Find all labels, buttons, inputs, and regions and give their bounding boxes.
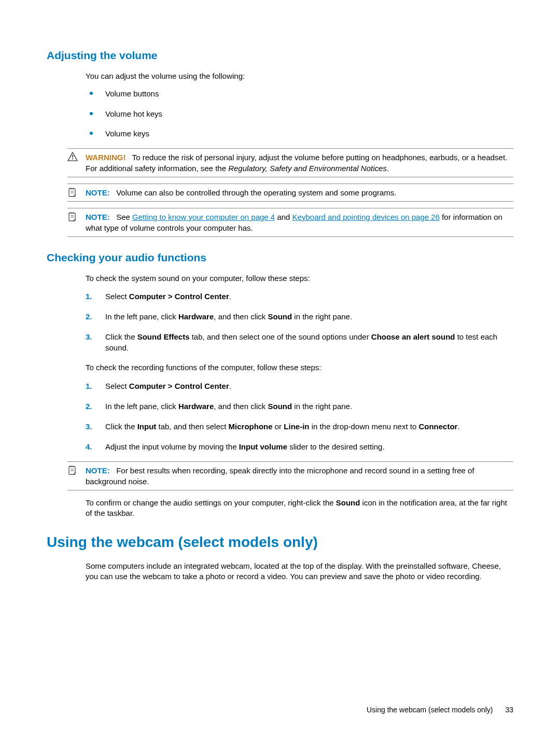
note-callout: NOTE: See Getting to know your computer … — [67, 208, 513, 237]
intro-text: To check the recording functions of the … — [86, 362, 513, 373]
warning-callout: WARNING! To reduce the risk of personal … — [67, 148, 513, 177]
page-footer: Using the webcam (select models only) 33 — [367, 706, 513, 714]
step-bold: Connector — [418, 422, 457, 431]
step-text: tab, and then select one of the sound op… — [190, 332, 371, 341]
list-item: Volume hot keys — [86, 109, 513, 119]
text: To confirm or change the audio settings … — [86, 498, 336, 507]
link-keyboard-pointing[interactable]: Keyboard and pointing devices on page 26 — [292, 213, 440, 221]
note-label: NOTE: — [86, 188, 110, 197]
steps-list-2: Select Computer > Control Center. In the… — [86, 381, 513, 452]
heading-adjusting-volume: Adjusting the volume — [47, 49, 513, 62]
step-text: Select — [105, 292, 129, 301]
step-bold: Hardware — [178, 402, 214, 411]
svg-rect-0 — [72, 155, 73, 158]
outro-text: To confirm or change the audio settings … — [86, 498, 513, 519]
svg-rect-1 — [72, 159, 73, 160]
list-item: Volume keys — [86, 129, 513, 139]
step-bold: Input — [137, 422, 157, 431]
step-bold: Choose an alert sound — [371, 332, 455, 341]
heading-using-webcam: Using the webcam (select models only) — [47, 534, 513, 551]
step-text: in the right pane. — [292, 312, 352, 321]
step-text: or — [273, 422, 284, 431]
section-body: To confirm or change the audio settings … — [86, 498, 513, 519]
document-page: Adjusting the volume You can adjust the … — [0, 0, 560, 745]
note-icon — [67, 212, 78, 222]
note-callout: NOTE: For best results when recording, s… — [67, 461, 513, 490]
step-item: Click the Input tab, and then select Mic… — [86, 421, 513, 432]
step-text: Click the — [105, 332, 137, 341]
step-text: Click the — [105, 422, 137, 431]
warning-label: WARNING! — [86, 153, 126, 162]
step-bold: Computer > Control Center — [129, 382, 229, 390]
step-text: in the drop-down menu next to — [309, 422, 418, 431]
step-item: In the left pane, click Hardware, and th… — [86, 311, 513, 322]
note-label: NOTE: — [86, 213, 110, 221]
step-bold: Line-in — [284, 422, 309, 431]
step-text: . — [229, 292, 231, 301]
step-text: . — [457, 422, 459, 431]
page-number: 33 — [505, 706, 513, 714]
step-text: slider to the desired setting. — [287, 442, 385, 451]
section-body: To check the system sound on your comput… — [86, 273, 513, 452]
note-text: NOTE: Volume can also be controlled thro… — [86, 187, 513, 198]
warning-italic: Regulatory, Safety and Environmental Not… — [228, 164, 387, 173]
warning-text: WARNING! To reduce the risk of personal … — [86, 152, 513, 174]
step-bold: Computer > Control Center — [129, 292, 229, 301]
step-text: , and then click — [214, 312, 268, 321]
step-bold: Hardware — [178, 312, 214, 321]
note-icon — [67, 465, 78, 475]
warning-body-pre — [128, 153, 132, 162]
step-item: Select Computer > Control Center. — [86, 381, 513, 391]
step-text: In the left pane, click — [105, 312, 178, 321]
step-text: In the left pane, click — [105, 402, 178, 411]
step-item: Select Computer > Control Center. — [86, 291, 513, 302]
steps-list-1: Select Computer > Control Center. In the… — [86, 291, 513, 353]
warning-body-post: . — [387, 164, 389, 173]
step-text: in the right pane. — [292, 402, 352, 411]
step-bold: Sound — [268, 312, 292, 321]
step-bold: Sound Effects — [137, 332, 190, 341]
note-callout: NOTE: Volume can also be controlled thro… — [67, 184, 513, 202]
warning-icon — [67, 152, 78, 161]
note-pre: See — [116, 213, 132, 221]
step-text: tab, and then select — [156, 422, 228, 431]
note-body: Volume can also be controlled through th… — [116, 188, 396, 197]
step-item: In the left pane, click Hardware, and th… — [86, 401, 513, 412]
note-icon — [67, 187, 78, 198]
list-item: Volume buttons — [86, 89, 513, 99]
step-item: Adjust the input volume by moving the In… — [86, 441, 513, 452]
step-bold: Sound — [268, 402, 292, 411]
note-label: NOTE: — [86, 466, 110, 475]
step-text: , and then click — [214, 402, 268, 411]
note-text: NOTE: For best results when recording, s… — [86, 465, 513, 487]
footer-title: Using the webcam (select models only) — [367, 706, 493, 714]
link-getting-to-know[interactable]: Getting to know your computer on page 4 — [132, 213, 275, 221]
intro-text: To check the system sound on your comput… — [86, 273, 513, 284]
bold-text: Sound — [336, 498, 360, 507]
heading-checking-audio: Checking your audio functions — [47, 251, 513, 264]
section-body: Some computers include an integrated web… — [86, 561, 513, 582]
step-bold: Microphone — [229, 422, 273, 431]
webcam-body: Some computers include an integrated web… — [86, 561, 513, 582]
step-bold: Input volume — [239, 442, 287, 451]
volume-bullet-list: Volume buttons Volume hot keys Volume ke… — [86, 89, 513, 139]
note-body: For best results when recording, speak d… — [86, 466, 474, 486]
step-text: Adjust the input volume by moving the — [105, 442, 239, 451]
step-text: Select — [105, 382, 129, 390]
step-text: . — [229, 382, 231, 390]
section-body: You can adjust the volume using the foll… — [86, 71, 513, 139]
step-item: Click the Sound Effects tab, and then se… — [86, 331, 513, 353]
note-mid: and — [275, 213, 292, 221]
intro-text: You can adjust the volume using the foll… — [86, 71, 513, 81]
note-text: NOTE: See Getting to know your computer … — [86, 212, 513, 233]
